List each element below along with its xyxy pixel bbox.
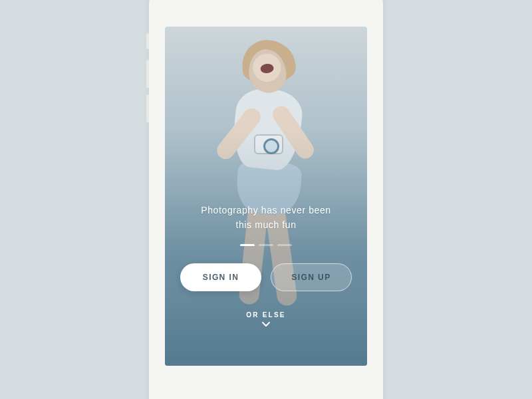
or-else-button[interactable]: OR ELSE [246,311,285,328]
tagline-line: Photography has never been [201,203,331,218]
page-indicator[interactable] [240,244,292,246]
screen: Photography has never been this much fun… [165,27,367,366]
phone-side-button [146,94,149,122]
or-else-label: OR ELSE [246,311,285,319]
page-dot[interactable] [259,244,273,246]
phone-side-button [146,33,149,49]
phone-frame: Photography has never been this much fun… [149,0,383,399]
chevron-down-icon [261,321,271,328]
sign-in-button[interactable]: SIGN IN [180,263,261,291]
page-dot[interactable] [240,244,255,246]
tagline-line: this much fun [201,218,331,233]
phone-side-button [146,60,149,88]
page-dot[interactable] [277,244,292,246]
tagline: Photography has never been this much fun [201,203,331,232]
sign-up-button[interactable]: SIGN UP [271,263,352,291]
button-label: SIGN UP [291,273,331,282]
button-label: SIGN IN [203,273,239,282]
